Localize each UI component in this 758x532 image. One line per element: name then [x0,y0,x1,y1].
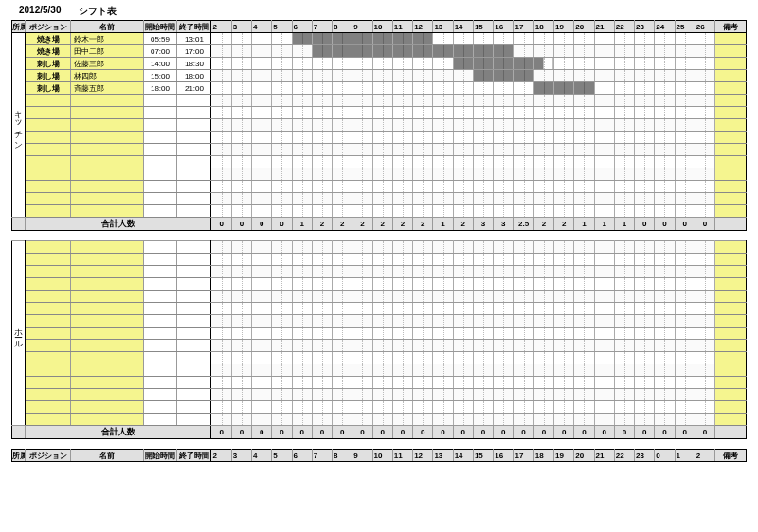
hour-cell [433,95,453,107]
hour-cell [635,45,655,58]
hour-cell [514,414,533,426]
hour-cell [413,352,433,364]
hour-cell [574,58,594,70]
col-hour-10: 10 [372,450,392,462]
cell-start [143,241,177,254]
hour-cell [272,205,292,218]
hour-cell [635,205,655,218]
hour-cell [433,58,453,70]
totals-cell: 0 [473,426,493,439]
hour-cell [292,291,312,303]
hour-cell [675,241,695,254]
hour-cell [655,377,675,389]
hour-cell [231,168,251,181]
hour-cell [533,144,553,156]
hour-cell [453,414,473,426]
hour-cell [292,95,312,107]
hour-cell [333,70,352,82]
hour-cell [553,193,573,205]
hour-cell [292,401,312,414]
hour-cell [231,119,251,132]
shift-row [12,119,747,132]
hour-cell [494,58,514,70]
cell-remark [715,278,747,291]
hour-cell [453,45,473,58]
hour-cell [655,107,675,119]
hour-cell [473,193,493,205]
hour-cell [453,144,473,156]
hour-cell [352,181,372,193]
hour-cell [333,181,352,193]
hour-cell [574,168,594,181]
hour-cell [514,205,533,218]
hour-cell [352,303,372,315]
hour-cell [292,132,312,144]
hour-cell [392,340,412,352]
hour-cell [473,119,493,132]
hour-cell [292,303,312,315]
cell-name [71,241,143,254]
cell-remark [715,107,747,119]
cell-start [143,377,177,389]
cell-start [143,168,177,181]
cell-name [71,119,143,132]
hour-cell [413,193,433,205]
cell-end [177,401,211,414]
hour-cell [553,414,573,426]
hour-cell [413,266,433,278]
hour-cell [312,119,332,132]
hour-cell [231,266,251,278]
cell-position [26,414,71,426]
hour-cell [433,168,453,181]
hour-cell [333,45,352,58]
cell-start [143,193,177,205]
hour-cell [514,389,533,401]
hour-cell [695,33,714,45]
totals-cell: 0 [272,426,292,439]
hour-cell [312,156,332,168]
hour-cell [473,58,493,70]
hour-cell [292,119,312,132]
hour-cell [372,144,392,156]
hour-cell [333,156,352,168]
hour-cell [272,352,292,364]
hour-cell [594,241,614,254]
cell-name [71,205,143,218]
hour-cell [514,401,533,414]
hour-cell [211,414,231,426]
hour-cell [292,70,312,82]
col-hour-14: 14 [453,21,473,33]
hour-cell [211,389,231,401]
hour-cell [675,144,695,156]
hour-cell [553,377,573,389]
col-hour-11: 11 [392,21,412,33]
hour-cell [675,107,695,119]
hour-cell [433,193,453,205]
hour-cell [453,58,473,70]
hour-cell [655,401,675,414]
hour-cell [574,340,594,352]
hour-cell [453,241,473,254]
col-hour-3: 3 [231,450,251,462]
hour-cell [655,254,675,266]
hour-cell [614,364,634,377]
hour-cell [614,58,634,70]
hour-cell [312,266,332,278]
hour-cell [655,181,675,193]
hour-cell [352,266,372,278]
hour-cell [252,254,272,266]
hour-cell [333,278,352,291]
hour-cell [695,241,714,254]
hour-cell [635,82,655,95]
cell-position [26,168,71,181]
hour-cell [553,82,573,95]
hour-cell [635,278,655,291]
hour-cell [574,132,594,144]
hour-cell [272,377,292,389]
totals-cell: 0 [231,218,251,231]
col-hour-7: 7 [312,21,332,33]
hour-cell [272,414,292,426]
cell-end [177,291,211,303]
totals-cell: 2.5 [514,218,533,231]
hour-cell [675,119,695,132]
